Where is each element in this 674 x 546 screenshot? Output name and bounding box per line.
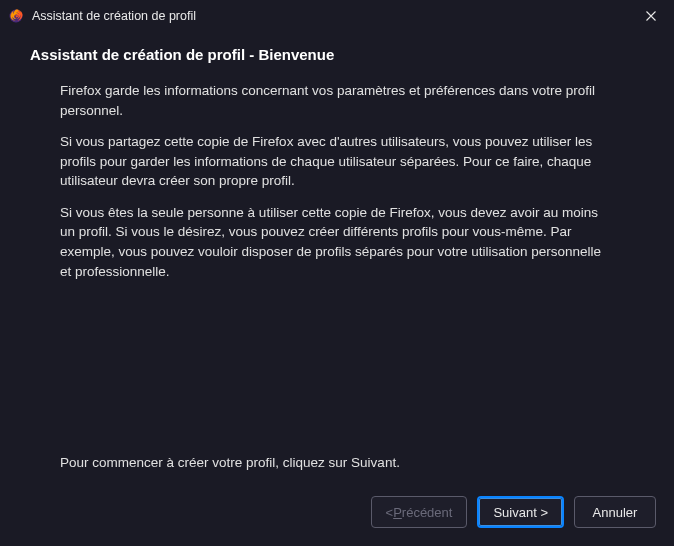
back-button-accesskey: P: [393, 505, 402, 520]
titlebar: Assistant de création de profil: [0, 0, 674, 32]
back-button-prefix: <: [386, 505, 394, 520]
window-title: Assistant de création de profil: [32, 9, 628, 23]
wizard-content: Firefox garde les informations concernan…: [0, 73, 674, 281]
intro-paragraph-2: Si vous partagez cette copie de Firefox …: [60, 132, 614, 191]
cancel-button[interactable]: Annuler: [574, 496, 656, 528]
firefox-icon: [8, 8, 24, 24]
intro-paragraph-3: Si vous êtes la seule personne à utilise…: [60, 203, 614, 281]
wizard-header: Assistant de création de profil - Bienve…: [0, 32, 674, 73]
close-icon: [646, 11, 656, 21]
button-bar: < Précédent Suivant > Annuler: [371, 496, 656, 528]
close-button[interactable]: [628, 0, 674, 32]
back-button: < Précédent: [371, 496, 468, 528]
intro-paragraph-1: Firefox garde les informations concernan…: [60, 81, 614, 120]
back-button-suffix: récédent: [402, 505, 453, 520]
wizard-title: Assistant de création de profil - Bienve…: [30, 46, 644, 63]
instruction-text: Pour commencer à créer votre profil, cli…: [60, 455, 614, 470]
next-button[interactable]: Suivant >: [477, 496, 564, 528]
